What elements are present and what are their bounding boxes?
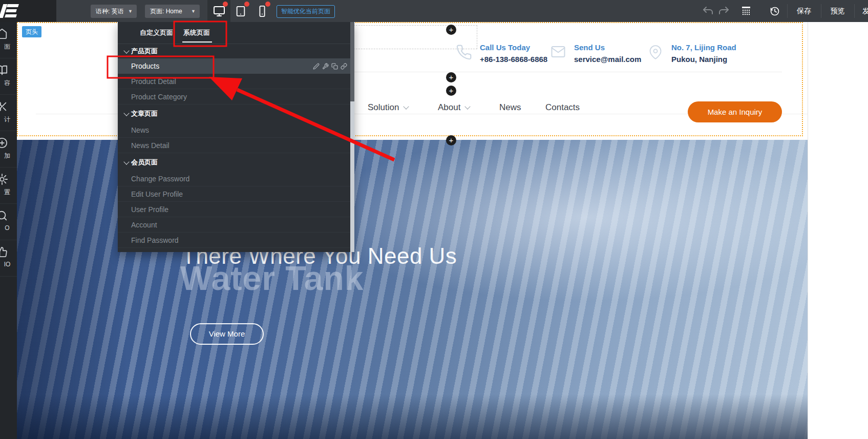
chevron-down-icon (465, 103, 471, 109)
page-item-product-detail[interactable]: Product Detail (118, 74, 354, 89)
sidebar-item-seo[interactable]: O (0, 204, 17, 240)
notification-dot (265, 2, 270, 7)
tab-system-pages[interactable]: 系统页面 (183, 22, 210, 44)
scrollbar-thumb[interactable] (350, 22, 354, 101)
section-header-members[interactable]: 会员页面 (118, 153, 354, 171)
phone-icon (456, 44, 472, 60)
chevron-down-icon (123, 110, 129, 116)
smartphone-icon (257, 6, 268, 17)
device-mobile-tab[interactable] (252, 0, 272, 22)
settings-icon (0, 174, 8, 185)
link-icon[interactable] (341, 63, 347, 70)
preview-button[interactable]: 预览 (821, 0, 854, 22)
page-item-account[interactable]: Account (118, 217, 354, 233)
add-icon (0, 137, 8, 149)
contact-value: +86-138-6868-6868 (480, 55, 547, 64)
sidebar-item-pages[interactable]: 面 (0, 22, 17, 58)
contact-value: Pukou, Nanjing (671, 55, 727, 64)
app-logo[interactable] (0, 0, 56, 22)
nav-item-solution[interactable]: Solution (368, 102, 408, 113)
nav-item-contacts[interactable]: Contacts (545, 102, 580, 113)
nav-item-about[interactable]: About (438, 102, 470, 113)
add-section-button[interactable]: + (446, 86, 456, 96)
section-header-products[interactable]: 产品页面 (118, 44, 354, 58)
design-icon (0, 101, 8, 112)
panel-scrollbar[interactable] (350, 22, 354, 252)
editor-sidebar: 面 容 计 加 置 O IO (0, 22, 17, 439)
contact-title: Call Us Today (480, 43, 530, 52)
content-icon (0, 65, 8, 76)
contact-title: No. 7, Lijing Road (671, 43, 736, 52)
thumbs-up-icon (0, 246, 8, 258)
copy-icon[interactable] (331, 63, 338, 70)
view-more-button[interactable]: View More (190, 323, 264, 345)
language-select[interactable]: 语种: 英语▼ (91, 5, 137, 18)
make-inquiry-button[interactable]: Make an Inquiry (688, 101, 782, 122)
search-icon (0, 210, 8, 221)
contact-title: Send Us (574, 43, 605, 52)
page-item-edit-user-profile[interactable]: Edit User Profile (118, 186, 354, 202)
add-section-button[interactable]: + (446, 25, 456, 35)
add-section-button[interactable]: + (446, 72, 456, 82)
editor-toolbar: 语种: 英语▼ 页面: Home▼ 智能优化当前页面 保存 预览 (0, 0, 868, 22)
tab-custom-pages[interactable]: 自定义页面 (140, 22, 173, 44)
device-desktop-tab[interactable] (207, 0, 230, 22)
page-select-panel: 自定义页面 系统页面 产品页面 Products Product Detail … (118, 22, 354, 252)
chevron-down-icon (123, 48, 129, 53)
page-item-news[interactable]: News (118, 122, 354, 138)
save-button[interactable]: 保存 (787, 0, 821, 22)
add-section-button[interactable]: + (446, 135, 456, 145)
device-tablet-tab[interactable] (230, 0, 251, 22)
page-select[interactable]: 页面: Home▼ (145, 5, 200, 18)
section-tag-pagehead: 页头 (22, 26, 41, 37)
notification-dot (244, 2, 249, 7)
redo-icon[interactable] (718, 6, 729, 15)
smart-optimize-button[interactable]: 智能优化当前页面 (277, 5, 335, 18)
map-pin-icon (648, 44, 663, 60)
chevron-down-icon: ▼ (191, 5, 196, 18)
sidebar-item-settings[interactable]: 置 (0, 168, 17, 204)
scrollbar-track (350, 101, 354, 252)
page-item-find-password[interactable]: Find Password (118, 233, 354, 248)
page-item-change-password[interactable]: Change Password (118, 171, 354, 186)
pencil-icon[interactable] (313, 63, 320, 70)
panel-tabs: 自定义页面 系统页面 (118, 22, 354, 44)
tablet-icon (235, 6, 246, 17)
sidebar-item-add[interactable]: 加 (0, 131, 17, 168)
page-item-product-category[interactable]: Product Category (118, 89, 354, 104)
home-icon (0, 28, 8, 39)
chevron-down-icon (123, 159, 129, 164)
nav-item-news[interactable]: News (499, 102, 521, 113)
editor-right-gutter (808, 22, 868, 439)
monitor-icon (213, 5, 225, 17)
chevron-down-icon: ▼ (128, 5, 133, 18)
contact-value: service@mail.com (574, 55, 641, 64)
page-item-user-profile[interactable]: User Profile (118, 202, 354, 217)
wrench-icon[interactable] (322, 63, 329, 70)
chevron-down-icon (404, 103, 409, 109)
grid-icon[interactable] (742, 6, 751, 15)
header-divider (338, 72, 782, 72)
page-item-products[interactable]: Products (118, 58, 354, 74)
sidebar-item-promotion[interactable]: IO (0, 240, 17, 277)
history-clock-icon[interactable] (770, 6, 780, 16)
notification-dot (223, 2, 228, 7)
undo-icon[interactable] (703, 6, 714, 15)
active-tab-underline (182, 41, 212, 43)
page-item-news-detail[interactable]: News Detail (118, 138, 354, 153)
sidebar-item-content[interactable]: 容 (0, 58, 17, 95)
mail-icon (551, 44, 566, 59)
publish-button[interactable]: 发布 (854, 0, 868, 22)
website-builder-editor: 页头 Call Us Today +86-138-6868-6868 Send … (0, 0, 868, 439)
section-header-articles[interactable]: 文章页面 (118, 104, 354, 122)
sidebar-item-design[interactable]: 计 (0, 95, 17, 131)
